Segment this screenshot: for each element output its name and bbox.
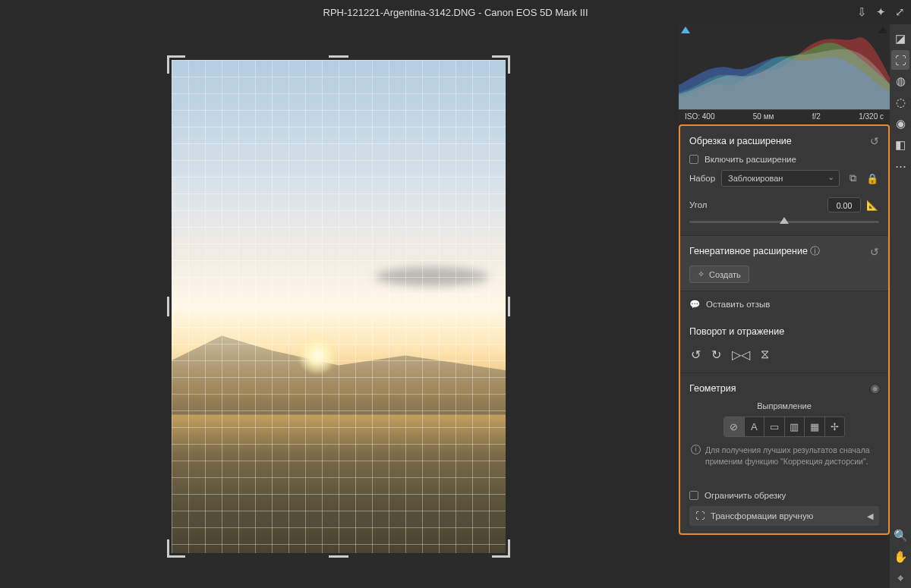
fullscreen-icon[interactable]: ⤢ <box>895 5 905 19</box>
zoom-tool-icon[interactable]: 🔍 <box>891 526 909 546</box>
lock-aspect-icon[interactable]: 🔒 <box>865 173 879 184</box>
constrain-crop-label: Ограничить обрезку <box>705 491 786 500</box>
geometry-title: Геометрия <box>689 383 736 394</box>
upright-off-icon[interactable]: ⊘ <box>724 417 745 436</box>
manual-transform-row[interactable]: ⛶ Трансформации вручную ◀ <box>689 506 879 526</box>
histo-focal: 50 мм <box>753 112 774 121</box>
crop-handle-top[interactable] <box>329 55 348 58</box>
generate-icon: ✧ <box>698 269 705 279</box>
generative-expand-section: Генеративное расширение ⓘ ↺ ✧ Создать <box>680 236 888 291</box>
side-panels: Обрезка и расширение ↺ Включить расширен… <box>679 124 890 535</box>
hand-tool-icon[interactable]: ✋ <box>891 547 909 567</box>
angle-input[interactable]: 0.00 <box>827 197 861 212</box>
upright-vertical-icon[interactable]: ▥ <box>785 417 805 436</box>
mask-tool-icon[interactable]: ◌ <box>891 93 909 112</box>
histogram-graph[interactable] <box>679 24 890 109</box>
flip-vertical-icon[interactable]: ⧖ <box>761 347 769 362</box>
crop-section: Обрезка и расширение ↺ Включить расширен… <box>680 126 888 236</box>
upright-auto-icon[interactable]: A <box>745 417 765 436</box>
rotate-section: Поворот и отражение ↺ ↻ ▷◁ ⧖ <box>680 317 888 373</box>
geometry-info: i Для получения лучших результатов снача… <box>689 445 879 473</box>
manual-transform-label: Трансформации вручную <box>711 511 813 520</box>
angle-label: Угол <box>689 200 708 209</box>
upright-full-icon[interactable]: ▦ <box>805 417 825 436</box>
upright-level-icon[interactable]: ▭ <box>764 417 785 436</box>
more-tool-icon[interactable]: ⋯ <box>891 156 909 176</box>
redeye-tool-icon[interactable]: ◉ <box>891 114 909 134</box>
edit-tool-icon[interactable]: ◪ <box>891 29 909 49</box>
right-side: ISO: 400 50 мм f/2 1/320 с Обрезка и рас… <box>677 24 911 588</box>
geometry-visibility-icon[interactable]: ◉ <box>871 382 879 394</box>
histo-iso: ISO: 400 <box>685 112 714 121</box>
angle-slider[interactable] <box>689 215 879 228</box>
canvas-area[interactable] <box>0 24 677 588</box>
crop-grid-overlay <box>172 60 506 553</box>
crop-tool-icon[interactable]: ⛶ <box>891 50 909 70</box>
expand-arrow-icon: ◀ <box>867 511 873 521</box>
crop-reset-icon[interactable]: ↺ <box>870 135 879 147</box>
aspect-preset-value: Заблокирован <box>728 174 783 183</box>
histo-aperture: f/2 <box>812 112 821 121</box>
feedback-icon: 💬 <box>689 299 700 310</box>
preset-label: Набор <box>689 174 715 183</box>
crop-handle-right[interactable] <box>508 297 510 316</box>
straighten-tool-icon[interactable]: 📐 <box>865 200 879 211</box>
crop-handle-left[interactable] <box>167 297 169 316</box>
histogram-labels: ISO: 400 50 мм f/2 1/320 с <box>679 109 890 123</box>
titlebar-actions: ⇩ ✦ ⤢ <box>857 5 905 19</box>
histogram-block: ISO: 400 50 мм f/2 1/320 с <box>679 24 890 123</box>
info-icon: i <box>691 445 701 454</box>
angle-slider-thumb[interactable] <box>780 217 789 224</box>
presets-tool-icon[interactable]: ◧ <box>891 135 909 155</box>
constrain-crop-checkbox[interactable] <box>689 491 698 500</box>
swap-orientation-icon[interactable]: ⧉ <box>846 172 859 184</box>
rotate-title: Поворот и отражение <box>689 326 784 337</box>
rotate-ccw-icon[interactable]: ↺ <box>691 347 701 362</box>
geometry-info-text: Для получения лучших результатов сначала… <box>705 445 878 467</box>
gen-reset-icon[interactable]: ↺ <box>870 246 879 258</box>
generate-label: Создать <box>709 270 741 279</box>
main: ISO: 400 50 мм f/2 1/320 с Обрезка и рас… <box>0 24 911 588</box>
rotate-cw-icon[interactable]: ↻ <box>711 347 721 362</box>
geometry-section: Геометрия ◉ Выпрямление ⊘ A ▭ ▥ ▦ ✢ <box>680 373 888 533</box>
heal-tool-icon[interactable]: ◍ <box>891 71 909 91</box>
gen-title: Генеративное расширение ⓘ <box>689 245 820 258</box>
document-title: RPH-121221-Argentina-3142.DNG - Canon EO… <box>323 7 588 18</box>
color-sampler-icon[interactable]: ⌖ <box>891 568 909 588</box>
generate-button[interactable]: ✧ Создать <box>689 266 749 283</box>
settings-icon[interactable]: ✦ <box>876 5 886 19</box>
upright-guided-icon[interactable]: ✢ <box>825 417 845 436</box>
feedback-link[interactable]: 💬 Оставить отзыв <box>680 291 888 317</box>
feedback-label: Оставить отзыв <box>706 300 770 309</box>
histo-shutter: 1/320 с <box>859 112 884 121</box>
crop-title: Обрезка и расширение <box>689 136 792 146</box>
titlebar: RPH-121221-Argentina-3142.DNG - Canon EO… <box>0 0 911 24</box>
aspect-preset-select[interactable]: Заблокирован <box>721 170 840 187</box>
app-root: RPH-121221-Argentina-3142.DNG - Canon EO… <box>0 0 911 588</box>
enable-expand-label: Включить расширение <box>705 155 796 164</box>
upright-label: Выпрямление <box>689 401 879 410</box>
photo-preview[interactable] <box>172 60 506 553</box>
flip-horizontal-icon[interactable]: ▷◁ <box>732 347 750 362</box>
manual-transform-icon: ⛶ <box>695 511 705 521</box>
upright-buttons: ⊘ A ▭ ▥ ▦ ✢ <box>723 417 845 437</box>
export-icon[interactable]: ⇩ <box>857 5 867 19</box>
enable-expand-checkbox[interactable] <box>689 155 698 164</box>
crop-handle-bottom[interactable] <box>329 555 348 558</box>
tool-column: ◪ ⛶ ◍ ◌ ◉ ◧ ⋯ 🔍 ✋ ⌖ <box>890 24 911 588</box>
